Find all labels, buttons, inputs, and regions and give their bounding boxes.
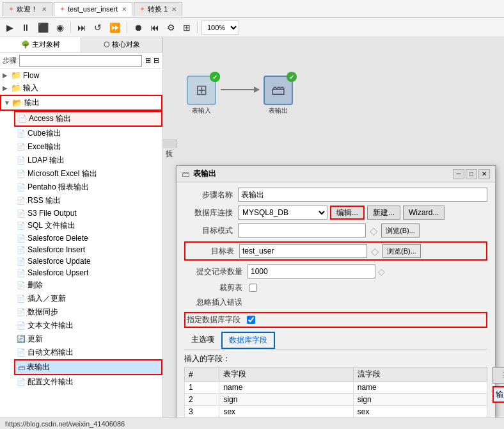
play-button[interactable]: ▶ xyxy=(4,21,16,34)
tab-welcome[interactable]: ✦ 欢迎！ ✕ xyxy=(3,2,52,16)
tree-item-cube-output[interactable]: 📄 Cube输出 xyxy=(14,127,162,140)
steps-icons: ⊞ ⊟ xyxy=(145,56,160,65)
tab-test-user-close[interactable]: ✕ xyxy=(122,6,127,13)
tree-item-text-file-output[interactable]: 📄 文本文件输出 xyxy=(14,319,162,332)
tab-db-fields[interactable]: 数据库字段 xyxy=(221,332,275,349)
db-conn-wizard-btn[interactable]: Wizard... xyxy=(403,206,445,220)
table-output-dialog: 🗃 表输出 ─ □ ✕ 步骤名称 xyxy=(176,165,496,417)
toolbar-sep3 xyxy=(197,22,198,33)
record-button[interactable]: ⏺ xyxy=(131,21,145,34)
fast-fwd-button[interactable]: ⏩ xyxy=(107,21,123,34)
pause-button[interactable]: ⏸ xyxy=(19,21,33,34)
left-tab-core-obj[interactable]: ⬡ 核心对象 xyxy=(81,37,162,52)
target-mode-row: 目标模式 ◇ 浏览(B)... xyxy=(184,223,487,238)
dialog-restore-btn[interactable]: □ xyxy=(466,169,477,179)
get-fields-btn[interactable]: 获取字段 xyxy=(492,367,504,384)
status-bar: https://blog.csdn.net/weixin_41406086 xyxy=(0,417,504,429)
tree-item-sf-upsert[interactable]: 📄 Salesforce Upsert xyxy=(14,267,162,279)
tree-item-input[interactable]: ▶ 📁 输入 xyxy=(0,81,162,95)
tree-item-sf-update[interactable]: 📄 Salesforce Update xyxy=(14,255,162,267)
db-conn-new-btn[interactable]: 新建... xyxy=(367,206,400,220)
tree-item-text-file-label: 文本文件输出 xyxy=(28,320,74,331)
step-fwd-button[interactable]: ⏭ xyxy=(75,21,89,34)
dialog-minimize-btn[interactable]: ─ xyxy=(453,169,464,179)
tree-item-flow[interactable]: ▶ 📁 Flow xyxy=(0,69,162,81)
tree-item-ldap-output[interactable]: 📄 LDAP 输出 xyxy=(14,154,162,167)
specify-db-fields-label: 指定数据库字段 xyxy=(187,314,243,325)
tree-item-sf-upsert-label: Salesforce Upsert xyxy=(28,268,88,277)
item-icon-pentaho: 📄 xyxy=(17,183,26,191)
commit-size-icon: ◇ xyxy=(378,266,385,277)
tree-item-auto-doc-output[interactable]: 📄 自动文档输出 xyxy=(14,346,162,359)
target-mode-input[interactable] xyxy=(238,223,366,238)
commit-size-input[interactable] xyxy=(248,264,375,279)
db-conn-label: 数据库连接 xyxy=(184,207,235,218)
tab-welcome-close[interactable]: ✕ xyxy=(42,6,47,13)
tree-item-update-label: 更新 xyxy=(28,334,43,344)
browse-btn-1[interactable]: 浏览(B)... xyxy=(381,223,420,238)
dialog-body: 步骤名称 数据库连接 MYSQL8_DB 编辑... 新建... Wizard.… xyxy=(177,182,495,417)
tree-item-access-output[interactable]: 📄 Access 输出 xyxy=(14,111,162,127)
ignore-errors-row: 忽略插入错误 xyxy=(184,297,487,308)
col-num: # xyxy=(185,368,219,382)
settings-button[interactable]: ⚙ xyxy=(164,21,178,34)
col-table-field: 表字段 xyxy=(219,368,353,382)
left-tab-main-obj[interactable]: 🌳 主对象树 xyxy=(0,37,81,52)
tab-zhuanhuan1[interactable]: ✦ 转换 1 ✕ xyxy=(134,2,182,16)
tree-item-sf-delete[interactable]: 📄 Salesforce Delete xyxy=(14,232,162,244)
tree-item-output[interactable]: ▼ 📂 输出 xyxy=(0,95,162,111)
tab-welcome-icon: ✦ xyxy=(8,5,14,13)
commit-size-label: 提交记录数量 xyxy=(184,266,245,277)
tree-item-sf-insert[interactable]: 📄 Salesforce Insert xyxy=(14,244,162,255)
tree-item-s3-output[interactable]: 📄 S3 File Output xyxy=(14,207,162,219)
steps-search-input[interactable] xyxy=(19,55,142,67)
tab-test-user-insert[interactable]: ✦ test_user_insert ✕ xyxy=(54,2,132,16)
tree-item-insert-update[interactable]: 📄 插入／更新 xyxy=(14,292,162,305)
truncate-checkbox[interactable] xyxy=(249,284,257,292)
item-icon-ldap: 📄 xyxy=(17,156,26,165)
specify-db-fields-checkbox[interactable] xyxy=(247,316,255,324)
db-conn-select[interactable]: MYSQL8_DB xyxy=(238,206,327,220)
tab-bar: ✦ 欢迎！ ✕ ✦ test_user_insert ✕ ✦ 转换 1 ✕ xyxy=(0,0,504,18)
tree-item-flow-label: Flow xyxy=(23,71,39,80)
tab-zhuanhuan1-close[interactable]: ✕ xyxy=(171,6,177,13)
item-icon-excel: 📄 xyxy=(17,143,26,151)
tree-item-data-sync[interactable]: 📄 数据同步 xyxy=(14,305,162,319)
tab-zhuanhuan1-label: 转换 1 xyxy=(148,4,168,14)
tree-item-update[interactable]: 🔄 更新 xyxy=(14,332,162,346)
right-panel: ⊞ ✔ 表输入 🗃 ✔ 表输出 xyxy=(163,37,504,417)
tree-item-rss-output[interactable]: 📄 RSS 输出 xyxy=(14,194,162,207)
step-name-input[interactable] xyxy=(238,188,487,202)
tree-item-pentaho-report[interactable]: 📄 Pentaho 报表输出 xyxy=(14,181,162,194)
stop-button[interactable]: ⬛ xyxy=(35,21,51,34)
tree-item-ms-excel-output[interactable]: 📄 Microsoft Excel 输出 xyxy=(14,167,162,181)
tree-item-sql-file-output[interactable]: 📄 SQL 文件输出 xyxy=(14,219,162,232)
tree-item-excel-output[interactable]: 📄 Excel输出 xyxy=(14,140,162,154)
item-icon-auto-doc: 📄 xyxy=(17,348,26,357)
tree-item-sf-delete-label: Salesforce Delete xyxy=(28,234,88,243)
target-table-input[interactable] xyxy=(239,244,367,258)
grid-button[interactable]: ⊞ xyxy=(180,21,193,34)
db-conn-edit-btn[interactable]: 编辑... xyxy=(330,206,365,220)
tree-item-sf-update-label: Salesforce Update xyxy=(28,257,91,266)
tree-item-table-output[interactable]: 🗃 表输出 xyxy=(14,359,162,375)
steps-header: 步骤 ⊞ ⊟ xyxy=(0,53,162,69)
target-mode-label: 目标模式 xyxy=(184,225,235,236)
steps-collapse-btn[interactable]: ⊟ xyxy=(153,56,160,65)
item-icon-insert-update: 📄 xyxy=(17,295,26,303)
arrow-icon-output: ▼ xyxy=(4,99,10,106)
item-icon-sf-update: 📄 xyxy=(17,257,26,266)
tree-item-config-file-output[interactable]: 📄 配置文件输出 xyxy=(14,375,162,389)
tree-item-delete[interactable]: 📄 删除 xyxy=(14,279,162,292)
steps-expand-btn[interactable]: ⊞ xyxy=(145,56,152,65)
zoom-select[interactable]: 100% 50% 75% 125% 150% xyxy=(201,20,239,35)
item-icon-sf-insert: 📄 xyxy=(17,246,26,254)
input-field-map-btn[interactable]: 输入字段映射 xyxy=(492,386,504,403)
tab-main-options[interactable]: 主选项 xyxy=(184,332,221,349)
eye-button[interactable]: ◉ xyxy=(54,21,67,34)
dialog-close-btn[interactable]: ✕ xyxy=(478,169,490,179)
browse-btn-2[interactable]: 浏览(B)... xyxy=(382,244,421,258)
replay-button[interactable]: ↺ xyxy=(91,21,104,34)
tree-item-input-label: 输入 xyxy=(23,83,38,93)
record2-button[interactable]: ⏮ xyxy=(148,21,162,34)
